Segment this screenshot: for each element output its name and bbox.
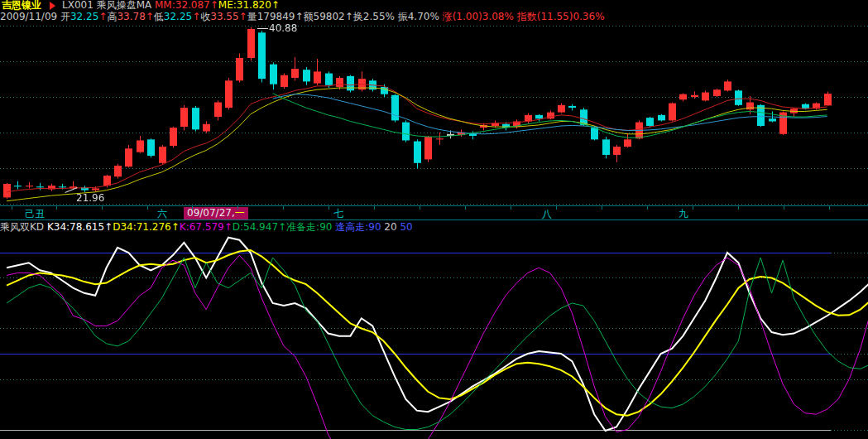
token: ↑ (295, 11, 303, 22)
axis-tick-icon (283, 206, 284, 210)
title-tokens: LX001 乘风操盘MA MM:32.087↑ME:31.820↑ (62, 0, 280, 11)
axis-label: 九 (679, 208, 688, 220)
axis-tick-icon (12, 206, 12, 210)
token: 逢高走:90 (335, 221, 381, 233)
token: 开 (60, 11, 70, 22)
token: 33.55 (210, 11, 238, 22)
token: 高 (107, 11, 117, 22)
token: 2.55% (363, 11, 398, 22)
token: LX001 (62, 0, 94, 11)
token: D34:71.276 (113, 221, 171, 233)
token: ↑ (104, 221, 113, 233)
token: 乘风操盘MA (94, 0, 155, 11)
high-price-label: 40.88 (257, 23, 297, 33)
token: 20 (381, 221, 400, 233)
token: ↑ (224, 221, 233, 233)
axis-tick-icon (56, 206, 57, 210)
axis-tick-icon (556, 206, 557, 210)
candlestick-panel[interactable]: 40.88 21.96 (0, 22, 868, 205)
token: ↑ (210, 0, 218, 11)
indicator-panel[interactable] (0, 234, 868, 439)
axis-tick-icon (465, 206, 466, 210)
axis-tick-icon (738, 206, 739, 210)
token: 指数(11.55)0.36% (517, 11, 605, 22)
axis-tick-icon (693, 206, 693, 210)
token: K:67.579 (180, 221, 224, 233)
axis-tick-icon (192, 206, 193, 210)
date-cursor-box[interactable]: 09/07/27,一 (184, 207, 248, 220)
axis-tick-icon (602, 206, 602, 210)
token: 59802 (314, 11, 345, 22)
low-price-label: 21.96 (76, 193, 104, 203)
token: ↑ (98, 11, 107, 22)
token: ↑ (146, 11, 154, 22)
token: MM:32.087 (155, 0, 210, 11)
token: 33.78 (117, 11, 145, 22)
app-window: 吉恩镍业LX001 乘风操盘MA MM:32.087↑ME:31.820↑ 20… (0, 0, 868, 439)
token: 准备走:90 (286, 221, 335, 233)
axis-tick-icon (328, 206, 329, 210)
axis-label: 八 (542, 208, 552, 220)
token: 额 (304, 11, 314, 22)
token: 2009/11/09 (0, 11, 60, 22)
token: ↑ (278, 221, 286, 233)
token: 32.25 (164, 11, 192, 22)
indicator-canvas[interactable] (0, 234, 868, 439)
time-axis[interactable]: 09/07/27,一 己丑六七八九 (0, 205, 868, 220)
axis-label: 六 (157, 208, 167, 220)
candlestick-canvas[interactable] (0, 22, 868, 205)
axis-tick-icon (511, 206, 511, 210)
token: D:54.947 (233, 221, 278, 233)
token: K34:78.615 (47, 221, 104, 233)
axis-tick-icon (829, 206, 830, 210)
info-bar: 2009/11/09 开32.25↑高33.78↑低32.25↑收33.55↑量… (0, 11, 868, 22)
high-label-dash-icon (257, 28, 268, 29)
axis-tick-icon (237, 206, 238, 210)
token: 换 (353, 11, 363, 22)
axis-tick-icon (147, 206, 148, 210)
token: 振 (398, 11, 408, 22)
token: ↑ (171, 221, 180, 233)
axis-tick-icon (784, 206, 784, 210)
token: 50 (400, 221, 412, 233)
axis-tick-icon (420, 206, 420, 210)
stock-name: 吉恩镍业 (0, 0, 41, 11)
axis-tick-icon (102, 206, 103, 210)
axis-label: 七 (333, 208, 343, 220)
token: 低 (154, 11, 164, 22)
title-bar: 吉恩镍业LX001 乘风操盘MA MM:32.087↑ME:31.820↑ (0, 0, 868, 11)
axis-tick-icon (374, 206, 375, 210)
token: 32.25 (70, 11, 98, 22)
token: ME:31.820 (218, 0, 271, 11)
token: 4.70% (408, 11, 443, 22)
token: 乘风双KD (0, 221, 47, 233)
token: ↑ (345, 11, 353, 22)
axis-tick-icon (647, 206, 648, 210)
token: ↑ (239, 11, 247, 22)
token: 179849 (257, 11, 295, 22)
token: ↑ (271, 0, 280, 11)
indicator-header: 乘风双KD K34:78.615↑D34:71.276↑K:67.579↑D:5… (0, 220, 868, 234)
flag-icon (50, 2, 55, 10)
token: 收 (200, 11, 210, 22)
token: 涨(1.00)3.08% (443, 11, 517, 22)
token: 量 (247, 11, 257, 22)
axis-label: 己丑 (25, 208, 45, 220)
token: ↑ (192, 11, 200, 22)
